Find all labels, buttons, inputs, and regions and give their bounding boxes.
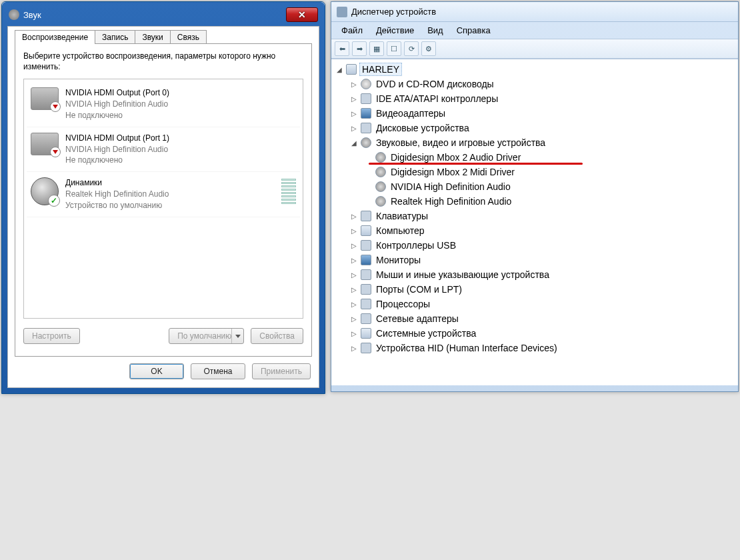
tree-category[interactable]: ▷Дисковые устройства [350,121,735,135]
speaker-device-icon [31,177,59,205]
dm-toolbar: ⬅ ➡ ▦ ☐ ⟳ ⚙ [331,39,738,59]
tree-category[interactable]: ▷Контроллеры USB [350,238,735,253]
expand-icon[interactable]: ▷ [350,95,358,103]
tab-recording[interactable]: Запись [95,30,135,44]
expand-icon[interactable]: ▷ [350,315,358,323]
tree-root[interactable]: ◢ HARLEY [335,62,735,77]
tree-category[interactable]: ▷Компьютер [350,223,735,238]
set-default-button[interactable]: По умолчанию [169,328,244,344]
tab-sounds[interactable]: Звуки [135,30,170,44]
gen-icon [361,240,371,251]
tab-communications[interactable]: Связь [170,30,207,44]
menu-file[interactable]: Файл [335,24,369,37]
tree-category[interactable]: ▷Системные устройства [350,326,735,341]
tree-category[interactable]: ▷DVD и CD-ROM дисководы [350,77,735,91]
tree-category[interactable]: ▷Мыши и иные указывающие устройства [350,267,735,282]
collapse-icon[interactable]: ◢ [350,139,358,147]
tree-category[interactable]: ▷Мониторы [350,253,735,267]
device-manager-window: Диспетчер устройств Файл Действие Вид Сп… [331,1,739,392]
tree-category[interactable]: ▷Порты (COM и LPT) [350,282,735,297]
expand-icon[interactable]: ▷ [350,125,358,132]
expand-icon[interactable]: ▷ [350,330,358,337]
category-label: DVD и CD-ROM дисководы [374,78,496,90]
ok-button[interactable]: OK [129,363,184,379]
close-icon: ✕ [298,9,306,20]
cancel-button[interactable]: Отмена [191,363,245,379]
device-name: NVIDIA HDMI Output (Port 1) [65,133,169,144]
device-driver: NVIDIA High Definition Audio [65,144,169,155]
device-item[interactable]: Динамики Realtek High Definition Audio У… [27,172,300,217]
scan-hardware-button[interactable]: ⟳ [404,41,419,56]
chevron-down-icon[interactable] [231,329,243,343]
expand-icon[interactable]: ▷ [350,81,358,88]
monitor-icon [31,87,59,110]
category-label: Устройства HID (Human Interface Devices) [374,342,559,354]
gen-icon [361,299,371,309]
device-label: Digidesign Mbox 2 Midi Driver [389,166,517,178]
audio-device-icon [375,152,386,163]
mon-icon [361,108,371,119]
tree-category[interactable]: ▷Клавиатуры [350,209,735,223]
menu-action[interactable]: Действие [370,24,420,37]
highlight-underline [369,163,583,165]
gen-icon [361,284,371,295]
category-label: Видеоадаптеры [374,107,447,119]
tab-playback[interactable]: Воспроизведение [15,30,95,44]
tree-category[interactable]: ▷Сетевые адаптеры [350,311,735,326]
category-label: Компьютер [374,225,426,237]
collapse-icon[interactable]: ◢ [335,66,343,73]
expand-icon[interactable]: ▷ [350,271,358,279]
audio-device-icon [375,181,386,192]
dm-menu: Файл Действие Вид Справка [331,22,738,39]
category-label: Системные устройства [374,327,478,339]
speaker-icon [9,9,19,20]
expand-icon[interactable]: ▷ [350,301,358,308]
devmgr-icon [337,7,347,17]
gen-icon [361,93,371,104]
menu-view[interactable]: Вид [421,24,449,37]
device-driver: Realtek High Definition Audio [65,189,169,200]
tree-category[interactable]: ◢Звуковые, видео и игровые устройства [350,135,735,150]
expand-icon[interactable]: ▷ [350,110,358,117]
device-tree[interactable]: ◢ HARLEY ▷DVD и CD-ROM дисководы▷IDE ATA… [331,59,738,385]
monitor-icon [31,133,59,155]
device-label: Realtek High Definition Audio [389,195,513,207]
close-button[interactable]: ✕ [286,7,318,22]
menu-help[interactable]: Справка [451,24,497,37]
tree-category[interactable]: ▷Устройства HID (Human Interface Devices… [350,341,735,355]
sound-dialog: Звук ✕ Воспроизведение Запись Звуки Связ… [1,1,325,394]
apply-button[interactable]: Применить [252,363,311,379]
configure-button[interactable]: Настроить [23,328,80,344]
expand-icon[interactable]: ▷ [350,257,358,264]
gen-icon [361,269,371,280]
tree-device[interactable]: Realtek High Definition Audio [365,194,735,209]
category-label: Звуковые, видео и игровые устройства [374,137,547,149]
sound-titlebar: Звук ✕ [7,7,319,26]
tree-category[interactable]: ▷Процессоры [350,297,735,311]
expand-icon[interactable]: ▷ [350,227,358,235]
properties-tool-button[interactable]: ☐ [387,41,401,56]
tree-device[interactable]: Digidesign Mbox 2 Midi Driver [365,165,735,179]
tree-category[interactable]: ▷IDE ATA/ATAPI контроллеры [350,91,735,106]
device-label: Digidesign Mbox 2 Audio Driver [389,151,523,163]
expand-icon[interactable]: ▷ [350,242,358,249]
properties-button[interactable]: Свойства [251,328,303,344]
tree-category[interactable]: ▷Видеоадаптеры [350,106,735,121]
device-item[interactable]: NVIDIA HDMI Output (Port 0) NVIDIA High … [27,82,300,127]
tree-device[interactable]: NVIDIA High Definition Audio [365,179,735,194]
expand-icon[interactable]: ▷ [350,213,358,220]
forward-button[interactable]: ➡ [352,41,367,56]
device-list[interactable]: NVIDIA HDMI Output (Port 0) NVIDIA High … [23,79,303,319]
show-hidden-button[interactable]: ▦ [369,41,384,56]
category-label: Клавиатуры [374,210,430,222]
update-driver-button[interactable]: ⚙ [421,41,436,56]
device-item[interactable]: NVIDIA HDMI Output (Port 1) NVIDIA High … [27,127,300,172]
expand-icon[interactable]: ▷ [350,345,358,352]
category-label: Сетевые адаптеры [374,313,461,325]
device-label: NVIDIA High Definition Audio [389,181,513,193]
comp-icon [361,328,371,339]
expand-icon[interactable]: ▷ [350,286,358,293]
back-button[interactable]: ⬅ [335,41,349,56]
device-name: Динамики [65,177,169,189]
mon-icon [361,255,371,265]
